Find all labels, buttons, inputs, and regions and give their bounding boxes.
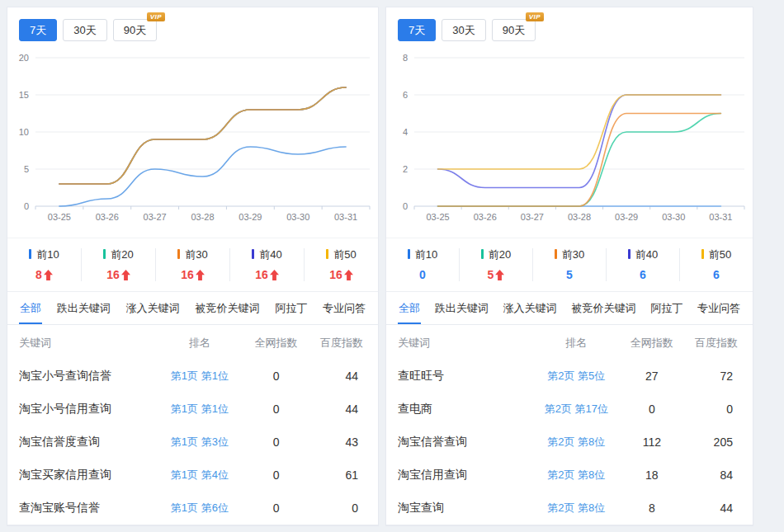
keyword-cell: 淘宝信誉度查询 (19, 435, 151, 450)
rank-stats-row: 前100前205前305前406前506 (386, 238, 753, 292)
column-header-2: 全网指数 (248, 336, 304, 351)
keyword-cell: 查电商 (398, 402, 528, 417)
column-header-1: 排名 (151, 336, 248, 351)
baidu-index-cell: 0 (679, 403, 741, 416)
rank-link[interactable]: 第1页 第6位 (171, 501, 229, 514)
stat-label: 前20 (82, 248, 155, 261)
tab-3[interactable]: 被竞价关键词 (570, 292, 636, 324)
time-range-button-0[interactable]: 7天 (19, 19, 57, 41)
all-index-cell: 27 (625, 370, 680, 383)
stat-top10: 前100 (386, 248, 460, 281)
svg-text:6: 6 (403, 90, 408, 100)
up-arrow-icon (344, 270, 353, 280)
all-index-cell: 0 (248, 468, 304, 482)
rank-link[interactable]: 第2页 第17位 (545, 403, 608, 415)
table-row: 查淘宝账号信誉第1页 第6位00 (7, 492, 378, 525)
svg-text:4: 4 (403, 127, 408, 137)
table-row: 淘宝信用查询第2页 第8位1884 (386, 459, 753, 492)
rank-link[interactable]: 第2页 第5位 (547, 370, 605, 382)
table-footer: 16个关键词，点击查看更多 (7, 525, 378, 526)
tab-5[interactable]: 专业问答 (322, 292, 366, 324)
rank-link[interactable]: 第1页 第3位 (171, 435, 229, 448)
column-header-1: 排名 (528, 336, 624, 351)
time-range-button-1[interactable]: 30天 (63, 19, 106, 41)
svg-text:20: 20 (19, 53, 29, 63)
table-row: 淘宝小号信用查询第1页 第1位044 (7, 393, 378, 426)
stat-top20: 前2016 (82, 248, 156, 281)
rank-link[interactable]: 第1页 第4位 (171, 468, 229, 481)
keyword-cell: 淘宝信用查询 (398, 468, 528, 483)
all-index-cell: 0 (248, 370, 304, 383)
stat-label: 前10 (7, 248, 81, 261)
all-index-cell: 0 (248, 403, 304, 416)
table-row: 查旺旺号第2页 第5位2772 (386, 360, 753, 393)
keyword-tabs: 全部跌出关键词涨入关键词被竞价关键词阿拉丁专业问答 (7, 292, 378, 325)
stat-label: 前40 (230, 248, 304, 261)
stat-value: 6 (680, 268, 753, 281)
tab-0[interactable]: 全部 (398, 292, 421, 324)
up-arrow-icon (196, 270, 205, 280)
time-range-button-1[interactable]: 30天 (442, 19, 485, 41)
table-row: 淘宝查询第2页 第8位844 (386, 492, 753, 525)
rank-link[interactable]: 第2页 第8位 (547, 435, 605, 448)
table-row: 淘宝小号查询信誉第1页 第1位044 (7, 360, 378, 393)
up-arrow-icon (270, 270, 279, 280)
rank-panel-left: 7天30天90天VIP 0510152003-2503-2603-2703-28… (7, 7, 379, 526)
column-header-2: 全网指数 (625, 336, 680, 351)
svg-text:5: 5 (24, 164, 29, 174)
tab-4[interactable]: 阿拉丁 (649, 292, 683, 324)
tab-4[interactable]: 阿拉丁 (274, 292, 308, 324)
time-range-button-0[interactable]: 7天 (398, 19, 436, 41)
rank-trend-chart: 0246803-2503-2603-2703-2803-2903-3003-31 (390, 46, 751, 233)
tab-1[interactable]: 跌出关键词 (434, 292, 489, 324)
tab-2[interactable]: 涨入关键词 (503, 292, 558, 324)
rank-panel-right: 7天30天90天VIP 0246803-2503-2603-2703-2803-… (385, 7, 753, 526)
stat-label: 前10 (386, 248, 459, 261)
stat-top40: 前406 (607, 248, 680, 281)
rank-link[interactable]: 第1页 第1位 (171, 370, 229, 382)
rank-trend-chart: 0510152003-2503-2603-2703-2803-2903-3003… (11, 46, 376, 233)
rank-link[interactable]: 第1页 第1位 (171, 403, 229, 415)
tab-3[interactable]: 被竞价关键词 (194, 292, 260, 324)
rank-cell: 第1页 第3位 (151, 435, 248, 450)
table-footer: 6个关键词，点击查看更多 (386, 525, 753, 526)
rank-cell: 第1页 第1位 (151, 402, 248, 417)
svg-text:03-28: 03-28 (568, 212, 591, 222)
keyword-cell: 查淘宝账号信誉 (19, 501, 151, 516)
stat-top30: 前305 (533, 248, 607, 281)
rank-link[interactable]: 第2页 第8位 (547, 501, 605, 514)
rank-cell: 第1页 第1位 (151, 369, 248, 384)
svg-text:03-27: 03-27 (521, 212, 544, 222)
tab-1[interactable]: 跌出关键词 (56, 292, 111, 324)
rank-cell: 第1页 第6位 (151, 501, 248, 516)
rank-link[interactable]: 第2页 第8位 (547, 468, 605, 481)
stat-value: 16 (305, 268, 378, 281)
all-index-cell: 18 (625, 468, 680, 482)
rank-cell: 第1页 第4位 (151, 468, 248, 483)
stat-value: 6 (607, 268, 679, 281)
stat-value: 8 (7, 268, 81, 281)
table-body: 查旺旺号第2页 第5位2772查电商第2页 第17位00淘宝信誉查询第2页 第8… (386, 360, 753, 525)
rank-cell: 第2页 第8位 (528, 501, 624, 516)
svg-text:15: 15 (19, 90, 29, 100)
baidu-index-cell: 43 (304, 435, 366, 449)
svg-text:03-25: 03-25 (48, 212, 71, 222)
tab-2[interactable]: 涨入关键词 (125, 292, 181, 324)
tab-5[interactable]: 专业问答 (697, 292, 741, 324)
table-row: 淘宝买家信用查询第1页 第4位061 (7, 459, 378, 492)
stat-value: 5 (460, 268, 532, 281)
baidu-index-cell: 61 (304, 468, 366, 482)
keyword-cell: 淘宝买家信用查询 (19, 468, 151, 483)
vip-badge: VIP (526, 12, 544, 21)
tab-0[interactable]: 全部 (19, 292, 42, 324)
time-range-button-2[interactable]: 90天VIP (113, 19, 157, 41)
svg-text:03-31: 03-31 (334, 212, 357, 222)
column-header-0: 关键词 (19, 336, 151, 351)
legend-bullet-icon (103, 249, 106, 259)
stat-top40: 前4016 (230, 248, 305, 281)
svg-text:0: 0 (403, 201, 408, 211)
column-header-3: 百度指数 (304, 336, 366, 351)
legend-bullet-icon (177, 249, 180, 259)
rank-stats-row: 前108前2016前3016前4016前5016 (7, 238, 378, 292)
time-range-button-2[interactable]: 90天VIP (492, 19, 536, 41)
